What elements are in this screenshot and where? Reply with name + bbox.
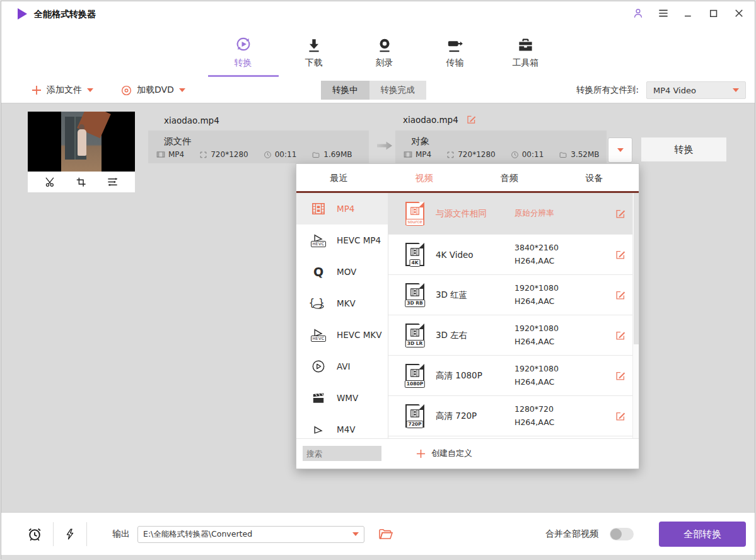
app-logo-play-icon [18, 8, 27, 20]
burn-disc-icon [376, 35, 393, 54]
nav-tab-toolbox[interactable]: 工具箱 [491, 26, 561, 77]
open-folder-icon[interactable] [378, 528, 393, 540]
main-nav: 转换 下载 刻录 [1, 26, 755, 77]
merge-videos-toggle[interactable] [610, 528, 634, 540]
convert-all-button[interactable]: 全部转换 [659, 522, 746, 547]
preset-row-1080p[interactable]: 1080P 高清 1080P 1920*1080H264,AAC [388, 356, 639, 396]
thumbnail-image [28, 112, 135, 172]
chevron-down-icon [87, 88, 93, 92]
menu-icon[interactable] [656, 6, 670, 20]
search-input[interactable] [303, 446, 381, 461]
edit-preset-icon[interactable] [615, 289, 626, 301]
output-format-select[interactable]: MP4 Video [646, 81, 746, 99]
high-speed-bolt-icon[interactable] [64, 527, 76, 542]
video-file-icon: 3D RB [405, 283, 424, 306]
add-file-label: 添加文件 [47, 85, 82, 96]
preset-row-source[interactable]: source 与源文件相同 原始分辨率 [388, 193, 639, 235]
format-item-m4v[interactable]: M4V [296, 414, 388, 438]
video-file-icon: 3D LR [405, 324, 424, 347]
toggle-knob [610, 528, 622, 540]
minimize-icon[interactable] [682, 6, 695, 20]
nav-tab-label: 刻录 [376, 57, 393, 69]
edit-preset-icon[interactable] [615, 330, 626, 341]
nav-tab-convert[interactable]: 转换 [208, 26, 279, 77]
quicktime-icon: Q [310, 266, 327, 278]
format-item-mov[interactable]: Q MOV [296, 256, 388, 288]
schedule-clock-icon[interactable] [26, 526, 43, 542]
tab-audio[interactable]: 音频 [467, 164, 552, 193]
format-item-wmv[interactable]: WMV [296, 382, 388, 414]
convert-arrow-icon [376, 140, 393, 151]
create-custom-label: 创建自定义 [431, 448, 472, 459]
preset-row-3d-lr[interactable]: 3D LR 3D 左右 1920*1080H264,AAC [388, 315, 639, 356]
preset-row-4k[interactable]: 4K 4K Video 3840*2160H264,AAC [388, 235, 639, 275]
crop-icon[interactable] [75, 176, 87, 188]
format-item-avi[interactable]: AVI [296, 351, 388, 382]
resolution-icon [199, 151, 207, 159]
merge-videos-label: 合并全部视频 [545, 528, 598, 540]
target-info-box: 对象 MP4 720*1280 00:11 3.52MB [395, 131, 607, 163]
tab-recent[interactable]: 最近 [296, 164, 381, 193]
output-label: 输出 [112, 528, 130, 540]
source-filename: xiaodao.mp4 [164, 115, 219, 125]
nav-tab-transfer[interactable]: 传输 [420, 26, 491, 77]
chevron-down-icon[interactable] [352, 532, 359, 536]
trim-scissors-icon[interactable] [44, 176, 56, 188]
create-custom-button[interactable]: 创建自定义 [416, 448, 472, 459]
scrollbar-thumb[interactable] [634, 193, 639, 344]
format-item-mp4[interactable]: MP4 [296, 193, 388, 225]
load-dvd-button[interactable]: 加载DVD [121, 85, 185, 96]
clapperboard-icon [310, 392, 327, 404]
plus-icon [32, 85, 42, 95]
preset-row-3d-rb[interactable]: 3D RB 3D 红蓝 1920*1080H264,AAC [388, 275, 639, 315]
nav-tab-burn[interactable]: 刻录 [349, 26, 420, 77]
resolution-icon [446, 151, 455, 159]
source-box-title: 源文件 [164, 136, 192, 148]
format-item-hevc-mkv[interactable]: HEVC HEVC MKV [296, 319, 388, 351]
duration-clock-icon [511, 151, 519, 159]
target-filename: xiaodao.mp4 [403, 115, 458, 125]
chevron-down-icon [733, 88, 739, 92]
file-size-folder-icon [311, 151, 320, 159]
convert-row-button[interactable]: 转换 [641, 137, 727, 162]
close-icon[interactable] [732, 6, 746, 20]
tab-device[interactable]: 设备 [552, 164, 637, 193]
output-path-input[interactable] [137, 526, 364, 543]
video-file-icon: 4K [405, 243, 424, 266]
preset-list: source 与源文件相同 原始分辨率 4K 4K Video 3840*216… [388, 193, 639, 438]
format-item-mkv[interactable]: {} MKV [296, 288, 388, 319]
convert-icon [234, 35, 253, 54]
preset-row-720p[interactable]: 720P 高清 720P 1280*720H264,AAC [388, 396, 639, 436]
tab-converted[interactable]: 转换完成 [369, 81, 426, 100]
toolbox-icon [517, 35, 534, 54]
tab-converting[interactable]: 转换中 [321, 81, 369, 100]
title-bar: 全能格式转换器 [1, 1, 755, 26]
app-title: 全能格式转换器 [34, 9, 96, 20]
preset-list-scrollbar[interactable] [632, 193, 639, 438]
edit-preset-icon[interactable] [615, 249, 626, 260]
play-circle-icon [310, 359, 327, 373]
account-icon[interactable] [631, 6, 645, 20]
edit-preset-icon[interactable] [615, 370, 626, 382]
rename-edit-icon[interactable] [466, 114, 477, 125]
edit-preset-icon[interactable] [615, 208, 626, 219]
video-thumbnail [28, 112, 135, 192]
app-window: 全能格式转换器 [1, 1, 755, 559]
transfer-icon [446, 35, 463, 54]
duration-clock-icon [264, 151, 272, 159]
maximize-icon[interactable] [707, 6, 721, 20]
queue-tabs: 转换中 转换完成 [321, 81, 426, 100]
target-format: MP4 [416, 150, 431, 159]
effects-sliders-icon[interactable] [106, 176, 119, 188]
source-format: MP4 [168, 150, 184, 159]
tab-video[interactable]: 视频 [381, 164, 467, 193]
source-resolution: 720*1280 [211, 150, 248, 159]
preset-dropdown-button[interactable] [608, 137, 632, 163]
hevc-play-icon: HEVC [310, 328, 327, 342]
format-item-hevc-mp4[interactable]: HEVC HEVC MP4 [296, 225, 388, 256]
plus-icon [416, 449, 426, 458]
add-file-button[interactable]: 添加文件 [32, 85, 93, 96]
nav-tab-download[interactable]: 下载 [279, 26, 349, 77]
edit-preset-icon[interactable] [615, 411, 626, 422]
source-file-icon: source [405, 202, 424, 225]
